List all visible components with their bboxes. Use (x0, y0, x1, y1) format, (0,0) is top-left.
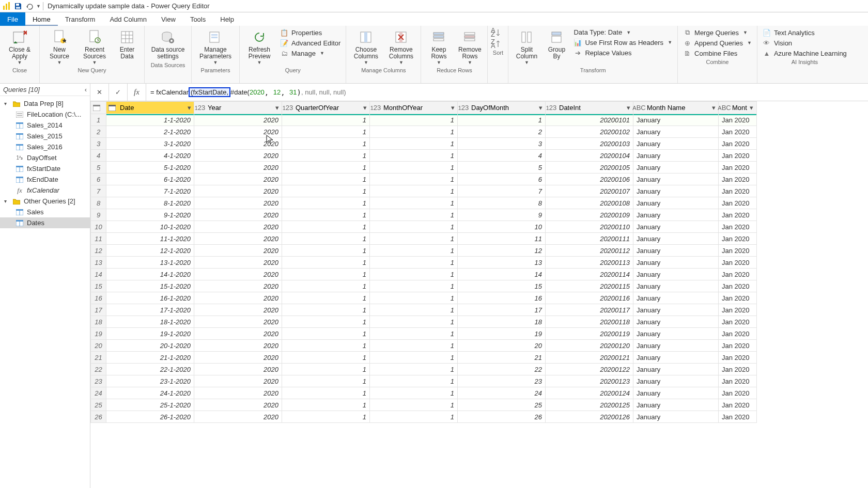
row-index[interactable]: 12 (91, 245, 106, 257)
formula-commit-button[interactable]: ✓ (109, 84, 128, 101)
cell[interactable]: Jan 2020 (719, 269, 757, 280)
cell[interactable]: 2020 (194, 328, 282, 340)
advanced-editor-button[interactable]: 📝Advanced Editor (278, 38, 343, 48)
column-filter-icon[interactable]: ▾ (747, 104, 756, 112)
cell[interactable]: January (633, 150, 719, 162)
cell[interactable]: 20200105 (546, 162, 633, 174)
cell[interactable]: 2020 (194, 245, 282, 257)
row-index[interactable]: 26 (91, 411, 106, 423)
row-index[interactable]: 18 (91, 316, 106, 328)
cell[interactable]: January (633, 304, 719, 316)
cell[interactable]: 26 (458, 411, 546, 423)
cell[interactable]: 1 (282, 209, 370, 221)
cell[interactable]: Jan 2020 (719, 114, 757, 126)
row-index[interactable]: 9 (91, 209, 106, 221)
cell[interactable]: 2020 (194, 150, 282, 162)
cell[interactable]: 9 (458, 209, 546, 221)
cell[interactable]: Jan 2020 (719, 126, 757, 138)
cell[interactable]: Jan 2020 (719, 233, 757, 245)
cell[interactable]: 16 (458, 292, 546, 304)
query-item[interactable]: FileLocation (C:\... (0, 109, 90, 120)
cell[interactable]: January (633, 245, 719, 257)
cell[interactable]: 1 (370, 304, 458, 316)
cell[interactable]: 1 (282, 304, 370, 316)
cell[interactable]: 4-1-2020 (106, 150, 194, 162)
cell[interactable]: 20200110 (546, 221, 633, 233)
cell[interactable]: 20200116 (546, 292, 633, 304)
cell[interactable]: 1 (282, 352, 370, 364)
cell[interactable]: January (633, 399, 719, 411)
cell[interactable]: Jan 2020 (719, 387, 757, 399)
cell[interactable]: 1 (370, 185, 458, 197)
cell[interactable]: Jan 2020 (719, 304, 757, 316)
cell[interactable]: 2020 (194, 292, 282, 304)
cell[interactable]: 19-1-2020 (106, 328, 194, 340)
menu-tools[interactable]: Tools (183, 12, 213, 26)
cell[interactable]: 2020 (194, 364, 282, 375)
cell[interactable]: 1 (282, 316, 370, 328)
cell[interactable]: 1-1-2020 (106, 114, 194, 126)
row-index[interactable]: 16 (91, 292, 106, 304)
split-column-button[interactable]: Split Column▼ (512, 28, 541, 66)
cell[interactable]: 1 (370, 150, 458, 162)
column-header[interactable]: QuarterOfYear (293, 104, 360, 112)
cell[interactable]: 2-1-2020 (106, 126, 194, 138)
query-item[interactable]: fxEndDate (0, 174, 90, 185)
cell[interactable]: 16-1-2020 (106, 292, 194, 304)
cell[interactable]: 12 (458, 245, 546, 257)
query-folder[interactable]: ▾Data Prep [8] (0, 98, 90, 109)
cell[interactable]: Jan 2020 (719, 375, 757, 387)
manage-parameters-button[interactable]: Manage Parameters▼ (195, 28, 236, 66)
cell[interactable]: 20200119 (546, 328, 633, 340)
cell[interactable]: 21 (458, 352, 546, 364)
cell[interactable]: 20200111 (546, 233, 633, 245)
cell[interactable]: 20200117 (546, 304, 633, 316)
cell[interactable]: 3-1-2020 (106, 138, 194, 150)
choose-columns-button[interactable]: Choose Columns▼ (349, 28, 382, 66)
cell[interactable]: 21-1-2020 (106, 352, 194, 364)
cell[interactable]: 20200113 (546, 257, 633, 269)
cell[interactable]: 10 (458, 221, 546, 233)
cell[interactable]: 2020 (194, 375, 282, 387)
cell[interactable]: 7 (458, 185, 546, 197)
row-index[interactable]: 15 (91, 280, 106, 292)
cell[interactable]: 1 (370, 209, 458, 221)
column-filter-icon[interactable]: ▾ (709, 104, 718, 112)
column-type-icon[interactable] (106, 105, 118, 111)
cell[interactable]: 20200125 (546, 399, 633, 411)
cell[interactable]: 6 (458, 174, 546, 185)
cell[interactable]: Jan 2020 (719, 340, 757, 352)
column-type-icon[interactable]: 123 (546, 104, 557, 112)
combine-files-button[interactable]: 🗎Combine Files (681, 49, 754, 58)
column-filter-icon[interactable]: ▾ (624, 104, 633, 112)
row-index[interactable]: 17 (91, 304, 106, 316)
column-header[interactable]: DateInt (557, 104, 624, 112)
cell[interactable]: Jan 2020 (719, 245, 757, 257)
cell[interactable]: 2020 (194, 138, 282, 150)
cell[interactable]: 10-1-2020 (106, 221, 194, 233)
cell[interactable]: 2020 (194, 316, 282, 328)
cell[interactable]: Jan 2020 (719, 292, 757, 304)
cell[interactable]: 1 (282, 328, 370, 340)
cell[interactable]: 2020 (194, 126, 282, 138)
cell[interactable]: Jan 2020 (719, 138, 757, 150)
close-apply-button[interactable]: ✖ Close & Apply▼ (3, 28, 36, 66)
column-filter-icon[interactable]: ▾ (536, 104, 545, 112)
append-queries-button[interactable]: ⊕Append Queries▼ (681, 38, 754, 48)
collapse-queries-icon[interactable]: ‹ (85, 86, 87, 93)
cell[interactable]: 25-1-2020 (106, 399, 194, 411)
table-icon[interactable] (91, 105, 102, 111)
manage-button[interactable]: 🗂Manage▼ (278, 49, 343, 58)
cell[interactable]: 1 (370, 114, 458, 126)
cell[interactable]: Jan 2020 (719, 411, 757, 423)
query-folder[interactable]: ▾Other Queries [2] (0, 196, 90, 207)
cell[interactable]: 25 (458, 399, 546, 411)
cell[interactable]: 1 (282, 138, 370, 150)
cell[interactable]: 9-1-2020 (106, 209, 194, 221)
cell[interactable]: January (633, 280, 719, 292)
cell[interactable]: January (633, 292, 719, 304)
cell[interactable]: 1 (370, 364, 458, 375)
row-index[interactable]: 1 (91, 114, 106, 126)
cell[interactable]: 2020 (194, 257, 282, 269)
cell[interactable]: 1 (370, 352, 458, 364)
